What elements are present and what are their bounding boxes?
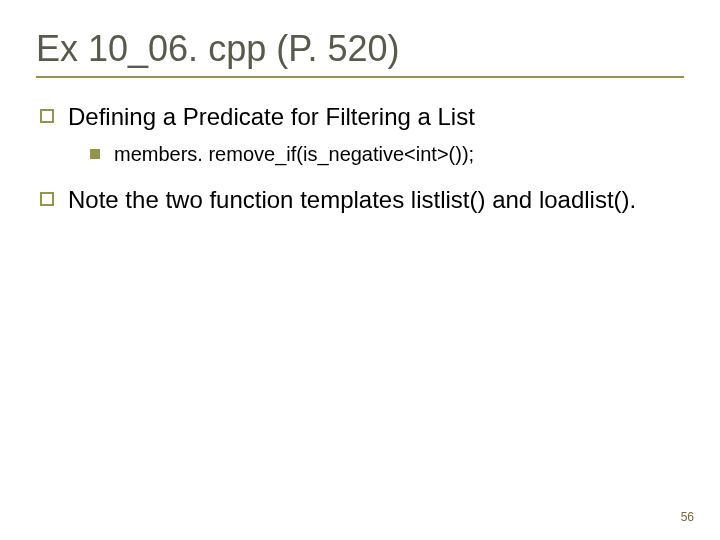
bullet-text: Defining a Predicate for Filtering a Lis… (68, 102, 475, 132)
bullet-item: Defining a Predicate for Filtering a Lis… (36, 102, 684, 132)
bullet-outline-icon (40, 109, 54, 123)
page-number: 56 (681, 510, 694, 524)
sub-bullet-text: members. remove_if(is_negative<int>()); (114, 142, 474, 167)
bullet-item: Note the two function templates listlist… (36, 185, 684, 215)
bullet-solid-icon (90, 149, 100, 159)
bullet-outline-icon (40, 192, 54, 206)
slide-content: Ex 10_06. cpp (P. 520) Defining a Predic… (0, 0, 720, 215)
slide-title: Ex 10_06. cpp (P. 520) (36, 28, 684, 78)
bullet-text: Note the two function templates listlist… (68, 185, 636, 215)
sub-bullet-item: members. remove_if(is_negative<int>()); (90, 142, 684, 167)
